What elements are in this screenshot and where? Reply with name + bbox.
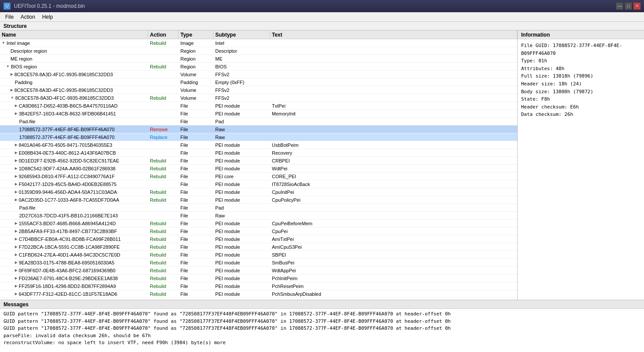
row-action-cell: Rebuild	[148, 237, 179, 242]
tree-row[interactable]: Descriptor regionRegionDescriptor	[0, 47, 517, 55]
expand-icon[interactable]: ▶	[15, 166, 17, 170]
row-name-cell: Pad-file	[0, 119, 148, 124]
expand-icon[interactable]: ▶	[15, 237, 17, 241]
tree-row[interactable]: ▶0D1ED2F7-E92B-4562-92DD-5C82EC917EAEReb…	[0, 157, 517, 165]
expand-icon[interactable]: ▼	[6, 64, 10, 68]
tree-row[interactable]: ▶01359D99-9446-456D-ADA4-50A711C03ADAReb…	[0, 188, 517, 196]
tree-row[interactable]: 17088572-377F-44EF-8F4E-B09FFF46A070Remo…	[0, 125, 517, 133]
tree-row[interactable]: ▶1D88C542-9DF7-424A-AA90-02B61F286938Reb…	[0, 165, 517, 173]
tree-row[interactable]: Pad-fileFilePad	[0, 118, 517, 125]
row-name-text: CA9D8617-D652-403B-B6C5-BA47570116AD	[19, 103, 118, 108]
close-button[interactable]: ✕	[634, 3, 641, 10]
expand-icon[interactable]: ▶	[15, 143, 17, 147]
row-type-cell: Volume	[179, 88, 214, 93]
tree-row[interactable]: ME regionRegionME	[0, 55, 517, 63]
row-name-text: BIOS region	[11, 64, 37, 69]
tree-row[interactable]: ▶0F69F6D7-0E4B-43A6-BFC2-6871694369B0Reb…	[0, 267, 517, 274]
menu-file[interactable]: File	[2, 13, 17, 21]
expand-icon[interactable]: ▼	[10, 96, 14, 100]
expand-icon[interactable]: ▶	[15, 182, 17, 186]
tree-row[interactable]: ▶FF456B9C-0DC7-4682-9E92-0DE84B6E4067Reb…	[0, 298, 517, 300]
expand-icon[interactable]: ▶	[15, 292, 17, 296]
row-subtype-cell: Pad	[214, 119, 270, 124]
expand-icon[interactable]: ▶	[10, 88, 13, 92]
message-line: GUID pattern "17088572-377F-44EF-8F4E-B0…	[3, 325, 641, 332]
tree-row[interactable]: ▼8C8CE578-8A3D-4F1C-9935-896185C32DD3Reb…	[0, 94, 517, 102]
maximize-button[interactable]: □	[625, 3, 632, 10]
tree-row[interactable]: ▶0AC2D35D-1C77-1033-A6F8-7CA55DF7D0AAReb…	[0, 196, 517, 204]
minimize-button[interactable]: —	[616, 3, 623, 10]
tree-row[interactable]: ▶CA9D8617-D652-403B-B6C5-BA47570116ADFil…	[0, 102, 517, 110]
expand-icon[interactable]: ▶	[15, 151, 17, 155]
row-type-cell: File	[179, 158, 214, 163]
tree-row[interactable]: ▶8401A046-6F70-4505-8471-7015B40355E3Fil…	[0, 141, 517, 149]
expand-icon[interactable]: ▶	[15, 174, 17, 178]
row-subtype-cell: PEI module	[214, 284, 270, 289]
expand-icon[interactable]: ▶	[15, 104, 17, 108]
tree-row[interactable]: ▶C1FBD624-27EA-40D1-AA48-94C3DC5C7E0DReb…	[0, 251, 517, 259]
expand-icon[interactable]: ▶	[15, 261, 17, 264]
row-name-cell: ▶8401A046-6F70-4505-8471-7015B40355E3	[0, 142, 148, 148]
row-type-cell: File	[179, 182, 214, 187]
tree-row[interactable]: ▶FD236AE7-0791-48C4-B29E-29BDEEE1A838Reb…	[0, 274, 517, 282]
expand-icon[interactable]: ▶	[15, 198, 17, 202]
row-action-cell: Rebuild	[148, 174, 179, 179]
menu-action[interactable]: Action	[17, 13, 38, 21]
menu-help[interactable]: Help	[39, 13, 57, 21]
expand-icon[interactable]: ▶	[15, 245, 17, 249]
row-text-cell: PchResetPeim	[270, 284, 517, 289]
tree-row[interactable]: PaddingPaddingEmpty (0xFF)	[0, 78, 517, 86]
row-action-cell: Remove	[148, 127, 179, 132]
row-type-cell: File	[179, 284, 214, 289]
tree-row[interactable]: ▼BIOS regionRebuildRegionBIOS	[0, 63, 517, 71]
row-name-cell: ▶8C8CE578-8A3D-4F1C-9935-896185C32DD3	[0, 88, 148, 93]
tree-row[interactable]: Pad-fileFilePad	[0, 204, 517, 212]
row-text-cell: Recovery	[270, 150, 517, 156]
expand-icon[interactable]: ▶	[15, 221, 17, 225]
row-type-cell: File	[179, 221, 214, 226]
expand-icon[interactable]: ▶	[10, 72, 13, 76]
expand-icon[interactable]: ▶	[15, 112, 17, 115]
row-text-cell: CORE_PEI	[270, 174, 517, 179]
messages-content[interactable]: GUID pattern "17088572-377F-44EF-8F4E-B0…	[0, 309, 644, 352]
window-controls[interactable]: — □ ✕	[616, 3, 641, 10]
row-name-cell: ▶2BB5AFA9-FF33-417B-8497-CB773C2B93BF	[0, 229, 148, 234]
row-name-text: Pad-file	[19, 119, 35, 124]
expand-icon[interactable]: ▶	[15, 190, 17, 194]
expand-icon[interactable]: ▶	[15, 159, 17, 162]
row-action-cell: Rebuild	[148, 166, 179, 171]
tree-row[interactable]: ▶3B42EF57-16D3-44CB-8632-9FDB06B41451Fil…	[0, 110, 517, 118]
row-name-text: FF259F16-18D1-4298-8DD2-BD87FF2894A9	[19, 284, 116, 289]
tree-row[interactable]: ▶1555ACF3-BD07-4685-B668-A86945A4124DReb…	[0, 220, 517, 227]
row-subtype-cell: PEI module	[214, 190, 270, 195]
tree-body[interactable]: ▼Intel imageRebuildImageIntelDescriptor …	[0, 39, 517, 300]
tree-row[interactable]: ▶C7D4BBCF-EB0A-4C91-BD8B-FCA99F28B011Reb…	[0, 235, 517, 243]
tree-row[interactable]: ▶643DF777-F312-42ED-81CC-1B1F57E18AD6Reb…	[0, 290, 517, 298]
expand-icon[interactable]: ▶	[15, 284, 17, 288]
tree-row[interactable]: ▶F5042177-1D29-45C5-BA4D-4D0EB2E88575Fil…	[0, 180, 517, 188]
row-text-cell: PchSmbusArpDisabled	[270, 291, 517, 297]
tree-row[interactable]: ▶8C8CE578-8A3D-4F1C-9935-896185C32DD3Vol…	[0, 86, 517, 94]
expand-icon[interactable]: ▼	[2, 41, 5, 45]
tree-row[interactable]: ▶FF259F16-18D1-4298-8DD2-BD87FF2894A9Reb…	[0, 282, 517, 290]
tree-row[interactable]: ▼Intel imageRebuildImageIntel	[0, 39, 517, 47]
message-line: GUID pattern "17088572-377F-44EF-8F4E-B0…	[3, 318, 641, 325]
expand-icon[interactable]: ▶	[15, 253, 17, 257]
row-name-cell: ▶9EA28D33-0175-4788-BEA8-6950516030A5	[0, 260, 148, 265]
row-action-cell: Rebuild	[148, 284, 179, 289]
tree-row[interactable]: 2D27C618-7DCD-41F5-BB10-21166BE7E143File…	[0, 212, 517, 220]
tree-row[interactable]: ▶92685943-D810-47FF-A112-CC8490776A1FReb…	[0, 173, 517, 180]
tree-row[interactable]: ▶E008B434-0E73-440C-8612-A143F6A07BCBFil…	[0, 149, 517, 157]
tree-row[interactable]: ▶F7D22BCA-1BCA-5591-CC8B-1CA98F2890FEReb…	[0, 243, 517, 251]
row-type-cell: Region	[179, 64, 214, 69]
expand-icon[interactable]: ▶	[15, 268, 17, 272]
expand-icon[interactable]: ▶	[15, 276, 17, 280]
expand-icon[interactable]: ▶	[15, 229, 17, 233]
tree-row[interactable]: ▶2BB5AFA9-FF33-417B-8497-CB773C2B93BFReb…	[0, 227, 517, 235]
row-action-cell: Rebuild	[148, 260, 179, 265]
tree-row[interactable]: ▶8C8CE578-8A3D-4F1C-9935-896185C32DD3Vol…	[0, 71, 517, 78]
tree-row[interactable]: ▶9EA28D33-0175-4788-BEA8-6950516030A5Reb…	[0, 259, 517, 267]
tree-row[interactable]: 17088572-377F-44EF-8F4E-B09FFF46A070Repl…	[0, 133, 517, 141]
info-line: Body size: 13800h (79872)	[521, 88, 641, 96]
row-subtype-cell: PEI module	[214, 237, 270, 242]
